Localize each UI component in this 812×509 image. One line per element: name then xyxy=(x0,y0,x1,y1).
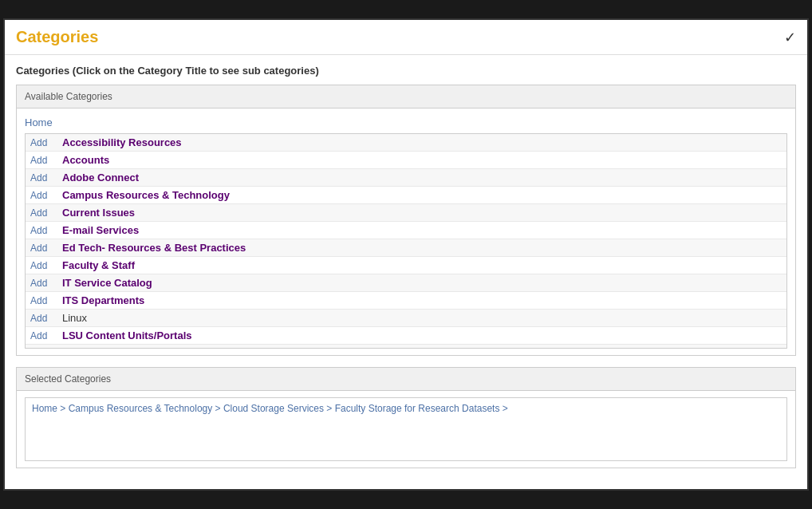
table-row: AddLinux xyxy=(26,310,786,327)
category-name-label[interactable]: Campus Resources & Technology xyxy=(62,189,230,201)
chevron-icon[interactable]: ✓ xyxy=(784,29,796,46)
available-categories-section: Available Categories Home AddAccessibili… xyxy=(16,85,796,356)
category-name-label[interactable]: ITS Departments xyxy=(62,294,144,306)
main-container: Categories ✓ Categories (Click on the Ca… xyxy=(3,18,809,491)
add-category-link[interactable]: Add xyxy=(30,190,54,201)
category-name-label[interactable]: LSU Content Units/Portals xyxy=(62,329,192,341)
table-row: AddEd Tech- Resources & Best Practices xyxy=(26,239,786,257)
category-name-label[interactable]: Adobe Connect xyxy=(62,172,139,183)
category-name-label: Linux xyxy=(62,312,87,324)
instruction-text: Categories (Click on the Category Title … xyxy=(16,65,796,77)
table-row: AddIT Service Catalog xyxy=(26,274,786,292)
table-row: AddLSU Content Units/Portals xyxy=(26,327,786,345)
categories-list: AddAccessibility ResourcesAddAccountsAdd… xyxy=(25,133,787,349)
home-label: Home xyxy=(25,115,787,130)
selected-path-box: Home > Campus Resources & Technology > C… xyxy=(25,397,787,461)
header: Categories ✓ xyxy=(5,20,807,55)
content-area: Categories (Click on the Category Title … xyxy=(5,55,807,489)
table-row: AddLSU Online xyxy=(26,345,786,349)
selected-path-text: Home > Campus Resources & Technology > C… xyxy=(32,403,508,414)
table-row: AddCampus Resources & Technology xyxy=(26,187,786,204)
table-row: AddFaculty & Staff xyxy=(26,257,786,274)
add-category-link[interactable]: Add xyxy=(30,172,54,183)
table-row: AddCurrent Issues xyxy=(26,204,786,222)
table-row: AddAccounts xyxy=(26,152,786,169)
add-category-link[interactable]: Add xyxy=(30,243,54,254)
add-category-link[interactable]: Add xyxy=(30,260,54,271)
add-category-link[interactable]: Add xyxy=(30,295,54,306)
add-category-link[interactable]: Add xyxy=(30,278,54,289)
add-category-link[interactable]: Add xyxy=(30,330,54,341)
category-name-label[interactable]: E-mail Services xyxy=(62,224,139,236)
category-name-label[interactable]: Accessibility Resources xyxy=(62,136,182,148)
add-category-link[interactable]: Add xyxy=(30,155,54,166)
table-row: AddAccessibility Resources xyxy=(26,134,786,152)
add-category-link[interactable]: Add xyxy=(30,313,54,324)
add-category-link[interactable]: Add xyxy=(30,137,54,148)
page-title: Categories xyxy=(16,28,98,46)
category-name-label[interactable]: Ed Tech- Resources & Best Practices xyxy=(62,242,246,254)
category-name-label[interactable]: Accounts xyxy=(62,154,109,166)
available-categories-content: Home AddAccessibility ResourcesAddAccoun… xyxy=(17,109,795,355)
selected-section-content: Home > Campus Resources & Technology > C… xyxy=(17,391,795,468)
add-category-link[interactable]: Add xyxy=(30,348,54,349)
table-row: AddE-mail Services xyxy=(26,222,786,239)
category-name-label[interactable]: Current Issues xyxy=(62,207,135,219)
category-name-label[interactable]: Faculty & Staff xyxy=(62,259,135,271)
selected-categories-header: Selected Categories xyxy=(17,368,795,391)
selected-categories-section: Selected Categories Home > Campus Resour… xyxy=(16,367,796,468)
available-categories-header: Available Categories xyxy=(17,85,795,109)
category-name-label[interactable]: LSU Online xyxy=(62,347,118,349)
category-name-label[interactable]: IT Service Catalog xyxy=(62,277,152,289)
table-row: AddAdobe Connect xyxy=(26,169,786,187)
table-row: AddITS Departments xyxy=(26,292,786,310)
add-category-link[interactable]: Add xyxy=(30,207,54,219)
add-category-link[interactable]: Add xyxy=(30,225,54,236)
